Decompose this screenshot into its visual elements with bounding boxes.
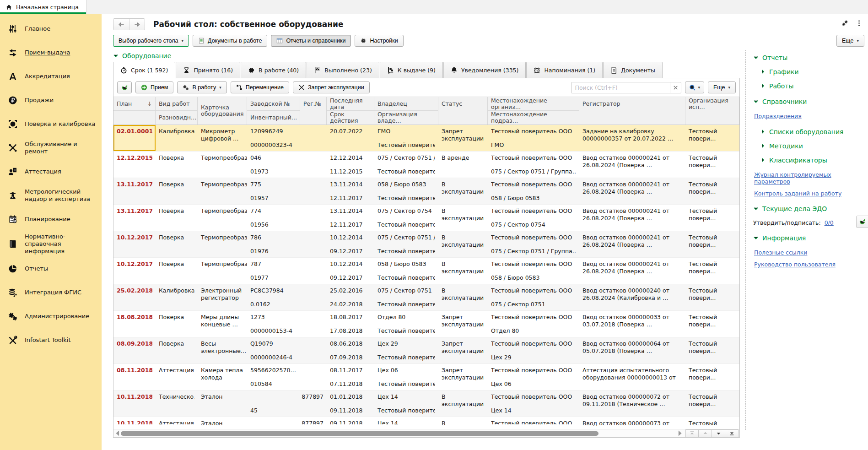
tab-to-issue[interactable]: К выдаче (9) bbox=[380, 62, 443, 78]
cell-line1: Техническо… bbox=[159, 393, 194, 400]
sidebar-item-accreditation[interactable]: Аккредитация bbox=[0, 65, 102, 88]
scroll-right-button[interactable] bbox=[676, 430, 683, 437]
table-row[interactable]: 10.12.2017ПоверкаТермопреобраз7870197710… bbox=[113, 258, 739, 284]
tab-accepted[interactable]: Принято (16) bbox=[176, 62, 240, 78]
search-clear-button[interactable] bbox=[670, 82, 681, 93]
column-header-owner[interactable]: ВладелецОрганизация владе… bbox=[374, 97, 438, 125]
settings-button[interactable]: Настройки bbox=[355, 35, 403, 47]
sidebar-item-administration[interactable]: Администрирование bbox=[0, 304, 102, 328]
column-header-status[interactable]: Статус bbox=[438, 97, 488, 125]
cell-line1: 058 / Бюро 0583 bbox=[377, 260, 435, 267]
section-equipment[interactable]: Оборудование bbox=[113, 50, 740, 62]
go-next-button[interactable] bbox=[712, 429, 725, 437]
move-button[interactable]: Перемещение bbox=[231, 81, 289, 93]
edo-refresh-button[interactable] bbox=[856, 216, 868, 228]
sidebar-item-label: Администрирование bbox=[25, 313, 89, 320]
table-row[interactable]: 13.11.2017ПоверкаТермопреобраз7750195713… bbox=[113, 178, 739, 205]
h-scrollbar-track[interactable] bbox=[121, 431, 676, 436]
sidebar-item-main[interactable]: Главное bbox=[0, 17, 102, 41]
column-header-registrar[interactable]: Регистратор bbox=[579, 97, 685, 125]
branch-methods[interactable]: Методики bbox=[753, 139, 868, 153]
sidebar-item-reports[interactable]: Отчеты bbox=[0, 257, 102, 281]
tab-documents[interactable]: Документы bbox=[603, 62, 663, 78]
kebab-icon[interactable] bbox=[856, 20, 863, 27]
receive-button[interactable]: Прием bbox=[135, 81, 173, 93]
cell-line1: 774 bbox=[250, 207, 297, 214]
tab-home-page[interactable]: Начальная страница bbox=[0, 0, 86, 14]
sidebar-item-infostart[interactable]: Infostart Toolkit bbox=[0, 328, 102, 352]
section-toggle-reports[interactable]: Отчеты bbox=[753, 51, 868, 65]
tab-notifications[interactable]: Уведомления (335) bbox=[443, 62, 526, 78]
sidebar-item-attestation[interactable]: Аттестация bbox=[0, 160, 102, 184]
cell-line1: 10.12.2014 bbox=[330, 260, 371, 267]
search-options-button[interactable]: ▾ bbox=[685, 81, 705, 93]
link-work-tasks-control[interactable]: Контроль заданий на работу bbox=[754, 190, 841, 197]
book-icon bbox=[6, 239, 19, 249]
table-row[interactable]: 13.11.2017ПоверкаТермопреобраз7740195613… bbox=[113, 205, 739, 231]
docs-in-work-button[interactable]: Документы в работе bbox=[193, 35, 267, 47]
scroll-left-button[interactable] bbox=[114, 430, 121, 437]
forward-button[interactable] bbox=[129, 19, 145, 30]
table-row[interactable]: 25.02.2018КалибровкаЭлектронный регистра… bbox=[113, 284, 739, 311]
to-work-button[interactable]: В работу▾ bbox=[177, 81, 226, 93]
column-header-card[interactable]: Карточка оборудования bbox=[198, 97, 247, 125]
tab-term[interactable]: Срок (1 592) bbox=[113, 62, 175, 78]
search-input[interactable] bbox=[571, 82, 670, 93]
sidebar-item-receive-issue[interactable]: Прием-выдача bbox=[0, 41, 102, 65]
chain-icon[interactable] bbox=[841, 20, 848, 27]
branch-charts[interactable]: Графики bbox=[753, 65, 868, 79]
desktop-select-button[interactable]: Выбор рабочего стола▾ bbox=[113, 35, 189, 47]
cell-line2: Тестовый поверите… bbox=[377, 354, 435, 361]
go-first-button[interactable] bbox=[685, 429, 699, 437]
ban-button[interactable]: Запрет эксплуатации bbox=[293, 81, 370, 93]
table-row[interactable]: 08.09.2018ПоверкаВесы электронные…Q19079… bbox=[113, 337, 739, 364]
sidebar-item-sales[interactable]: Продажи bbox=[0, 88, 102, 112]
column-header-last-date[interactable]: Последняя датаСрок действия bbox=[327, 97, 374, 125]
sidebar-item-verification[interactable]: Поверка и калибровка bbox=[0, 112, 102, 136]
cell-line1: Тестовый поверитель ООО bbox=[491, 234, 576, 241]
section-toggle-edo[interactable]: Текущие дела ЭДО bbox=[753, 202, 868, 216]
more-button-table[interactable]: Еще ▾ bbox=[708, 81, 736, 93]
action-value-link[interactable]: 0/0 bbox=[825, 219, 834, 226]
branch-works[interactable]: Работы bbox=[753, 79, 868, 93]
link-user-guide[interactable]: Руководство пользователя bbox=[754, 261, 836, 268]
table-row[interactable]: 08.11.2018АттестацияКамера тепла холода5… bbox=[113, 364, 739, 390]
column-header-serial[interactable]: Заводской №Инвентарный… bbox=[247, 97, 300, 125]
column-header-org-user[interactable]: Организация исп… bbox=[685, 97, 739, 125]
link-controlled-params-journal[interactable]: Журнал контролируемых параметров bbox=[754, 171, 868, 185]
back-button[interactable] bbox=[113, 19, 129, 30]
tab-in-work[interactable]: В работе (40) bbox=[241, 62, 306, 78]
table-row[interactable]: 12.12.2015ПоверкаТермопреобраз0460197312… bbox=[113, 152, 739, 178]
section-toggle-refs[interactable]: Справочники bbox=[753, 95, 868, 108]
column-header-plan[interactable]: План↓ bbox=[113, 97, 156, 125]
column-header-work-type[interactable]: Вид работРазновидн… bbox=[156, 97, 198, 125]
sidebar-item-service[interactable]: Обслуживание и ремонт bbox=[0, 136, 102, 160]
link-departments[interactable]: Подразделения bbox=[754, 113, 802, 119]
branch-classifiers[interactable]: Классификаторы bbox=[753, 153, 868, 167]
go-last-button[interactable] bbox=[725, 429, 739, 437]
column-header-reg[interactable]: Рег.№ bbox=[300, 97, 327, 125]
sidebar-item-nsi[interactable]: Нормативно-справочная информация bbox=[0, 231, 102, 257]
more-button-top[interactable]: Еще ▾ bbox=[836, 35, 864, 47]
section-title: Информация bbox=[762, 234, 806, 242]
refresh-button[interactable] bbox=[117, 81, 132, 93]
h-scrollbar-thumb[interactable] bbox=[121, 431, 598, 436]
table-row[interactable]: 18.08.2018ПоверкаМеры длины концевые …12… bbox=[113, 311, 739, 337]
cell-registrar: Ввод остатков 000000072 от 09.11.2018 (Т… bbox=[579, 390, 685, 417]
table-row[interactable]: 10.12.2017ПоверкаТермопреобраз7860197610… bbox=[113, 231, 739, 258]
link-useful-links[interactable]: Полезные ссылки bbox=[754, 249, 807, 256]
go-prev-button[interactable] bbox=[699, 429, 712, 437]
table-row[interactable]: 10.11.2018АттестацияЭталон87789709.11.20… bbox=[113, 417, 739, 427]
tab-done[interactable]: Выполнено (23) bbox=[307, 62, 379, 78]
reports-refs-button[interactable]: Отчеты и справочники bbox=[271, 35, 351, 47]
cell-line2: Тестовый поверите… bbox=[377, 221, 435, 228]
branch-equipment-lists[interactable]: Списки оборудования bbox=[753, 125, 868, 139]
section-toggle-info[interactable]: Информация bbox=[753, 231, 868, 245]
cell-reg bbox=[300, 231, 327, 257]
table-row[interactable]: 10.11.2018Техническо…Эталон4587789701.01… bbox=[113, 390, 739, 417]
column-header-location[interactable]: Местонахождение организ…Местонахождение … bbox=[488, 97, 579, 125]
sidebar-item-fgis[interactable]: Интеграция ФГИС bbox=[0, 281, 102, 304]
sidebar-item-planning[interactable]: Планирование bbox=[0, 207, 102, 231]
sidebar-item-supervision[interactable]: Метрологический надзор и экспертиза bbox=[0, 184, 102, 207]
tab-reminders[interactable]: Напоминания (1) bbox=[526, 62, 603, 78]
